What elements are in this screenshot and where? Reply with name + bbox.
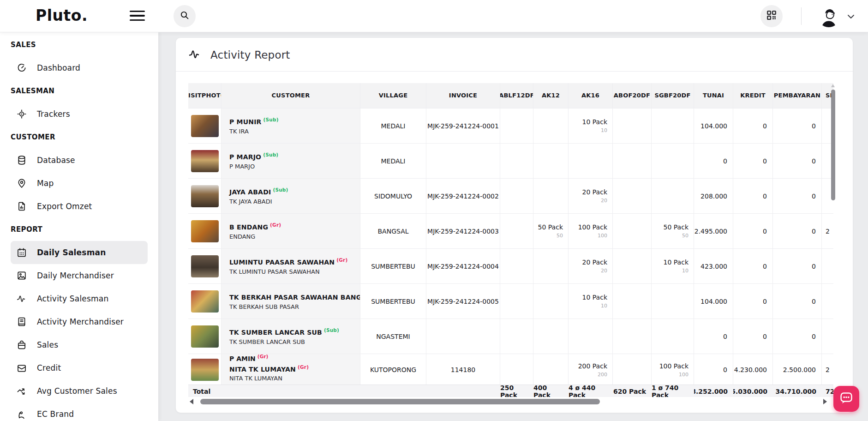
scroll-right-arrow[interactable] — [823, 399, 827, 404]
horizontal-scroll-thumb[interactable] — [200, 399, 600, 404]
sidebar-item-ec-brand[interactable]: EC Brand — [11, 403, 148, 421]
cell-sgbf20df — [652, 179, 694, 214]
total-label: Total — [188, 385, 500, 397]
cell-village: SIDOMULYO — [360, 179, 426, 214]
cell-kredit: 0 — [733, 214, 773, 249]
pack-value: 50 Pack — [538, 223, 563, 231]
pack-qty: 10 — [682, 268, 688, 274]
cell-ak12 — [533, 108, 569, 144]
column-header-invoice: INVOICE — [426, 83, 500, 108]
cell-visit-photo — [188, 354, 221, 386]
sidebar-item-label: Avg Customer Sales — [37, 386, 117, 396]
sidebar-item-map[interactable]: Map — [11, 172, 148, 195]
cell-pembayaran: 0 — [773, 249, 822, 284]
sidebar-item-daily-salesman[interactable]: Daily Salesman — [11, 241, 148, 264]
cell-tunai: 2.495.000 — [694, 214, 733, 249]
cell-pembayaran: 0 — [773, 214, 822, 249]
table-total-row: Total250 Pack400 Pack4 ø 440 Pack620 Pac… — [188, 385, 833, 397]
visit-photo-thumbnail[interactable] — [191, 185, 219, 207]
cell-ak16 — [569, 144, 613, 179]
cell-visit-photo — [188, 284, 221, 319]
cell-ablf12df — [500, 319, 533, 354]
pack-value: 20 Pack — [582, 188, 607, 196]
cell-ablf12df — [500, 284, 533, 319]
cell-visit-photo — [188, 214, 221, 249]
activity-report-table: VISITPHOTOCUSTOMERVILLAGEINVOICEABLF12DF… — [188, 83, 833, 397]
sidebar-item-label: EC Brand — [37, 409, 74, 419]
customer-subname: P MARJO — [229, 163, 255, 170]
total-sgbf20df: 1 ø 740 Pack — [652, 385, 694, 397]
cell-pembayaran: 0 — [773, 319, 822, 354]
cell-visit-photo — [188, 319, 221, 354]
sidebar-nav: SALESDashboardSALESMANTrackersCUSTOMERDa… — [0, 32, 158, 421]
cell-ablf12df — [500, 108, 533, 144]
total-abof20df: 620 Pack — [613, 385, 652, 397]
visit-photo-thumbnail[interactable] — [191, 150, 219, 172]
sidebar-item-label: Daily Merchandiser — [37, 271, 114, 280]
sidebar-item-trackers[interactable]: Trackers — [11, 102, 148, 126]
cell-abof20df — [613, 144, 652, 179]
account-chevron-down-icon[interactable] — [847, 12, 855, 21]
visit-photo-thumbnail[interactable] — [191, 255, 219, 277]
visit-photo-thumbnail[interactable] — [191, 220, 219, 242]
visit-photo-thumbnail[interactable] — [191, 359, 219, 381]
pack-qty: 10 — [601, 127, 607, 133]
sidebar-item-export-omzet[interactable]: Export Omzet — [11, 195, 148, 218]
sidebar-item-database[interactable]: Database — [11, 149, 148, 172]
vertical-scrollbar — [831, 84, 835, 421]
visit-photo-thumbnail[interactable] — [191, 115, 219, 137]
cell-kredit: 0 — [733, 108, 773, 144]
table-row: TK BERKAH PASAR SAWAHAN BANGSAL(Sub) TK … — [188, 284, 833, 319]
customer-name-clipped: P AMIN(Gr) — [229, 354, 309, 362]
database-icon — [16, 155, 27, 166]
sidebar-item-label: Activity Merchandiser — [37, 317, 124, 326]
visit-photo-thumbnail[interactable] — [191, 290, 219, 313]
cell-village: MEDALI — [360, 108, 426, 144]
vertical-scroll-thumb[interactable] — [831, 90, 835, 200]
pack-qty: 10 — [601, 303, 607, 309]
qr-scan-button[interactable] — [760, 5, 783, 27]
sidebar-item-label: Daily Salesman — [37, 248, 106, 257]
sidebar-item-daily-merchandiser[interactable]: Daily Merchandiser — [11, 264, 148, 287]
cell-village: SUMBERTEBU — [360, 284, 426, 319]
customer-type-tag: (Sub) — [263, 152, 278, 157]
sidebar-item-sales[interactable]: Sales — [11, 333, 148, 356]
cell-pembayaran: 0 — [773, 284, 822, 319]
customer-subname: TK BERKAH SUB PASAR — [229, 303, 299, 310]
cell-kredit: 4.230.000 — [733, 354, 773, 386]
cell-ak16: 100 Pack 100 — [569, 214, 613, 249]
cell-sgbf20df — [652, 319, 694, 354]
customer-subname: TK IRA — [229, 128, 249, 135]
cell-kredit: 0 — [733, 319, 773, 354]
total-ablf12df: 250 Pack — [500, 385, 533, 397]
pack-qty: 100 — [679, 372, 688, 378]
cell-customer: TK BERKAH PASAR SAWAHAN BANGSAL(Sub) TK … — [221, 284, 360, 319]
cell-customer: JAYA ABADI(Sub) TK JAYA ABADI — [221, 179, 360, 214]
cell-ak12 — [533, 249, 569, 284]
visit-photo-thumbnail[interactable] — [191, 325, 219, 348]
activity-report-icon — [188, 47, 202, 63]
cell-visit-photo — [188, 179, 221, 214]
cell-village: MEDALI — [360, 144, 426, 179]
sidebar-item-activity-salesman[interactable]: Activity Salesman — [11, 287, 148, 310]
sidebar-item-credit[interactable]: Credit — [11, 356, 148, 379]
user-avatar[interactable] — [818, 5, 840, 27]
cell-pembayaran: 0 — [773, 108, 822, 144]
sidebar-item-activity-merchandiser[interactable]: Activity Merchandiser — [11, 310, 148, 333]
cell-customer: P MARJO(Sub) P MARJO — [221, 144, 360, 179]
scroll-up-arrow[interactable] — [831, 84, 835, 87]
chat-fab-button[interactable] — [833, 386, 859, 412]
cell-tunai: 0 — [694, 354, 733, 386]
calendar-icon — [16, 247, 27, 258]
page-title: Activity Report — [210, 49, 290, 61]
cell-pembayaran: 0 — [773, 144, 822, 179]
pack-qty: 100 — [598, 233, 607, 239]
customer-name: NITA TK LUMAYAN(Gr) — [229, 364, 309, 373]
cell-tunai: 104.000 — [694, 284, 733, 319]
app-logo: Pluto. — [36, 6, 88, 24]
search-button[interactable] — [174, 5, 196, 27]
scroll-left-arrow[interactable] — [190, 399, 193, 404]
hamburger-menu-icon[interactable] — [130, 9, 145, 22]
sidebar-item-dashboard[interactable]: Dashboard — [11, 56, 148, 79]
sidebar-item-avg-customer-sales[interactable]: Avg Customer Sales — [11, 379, 148, 403]
